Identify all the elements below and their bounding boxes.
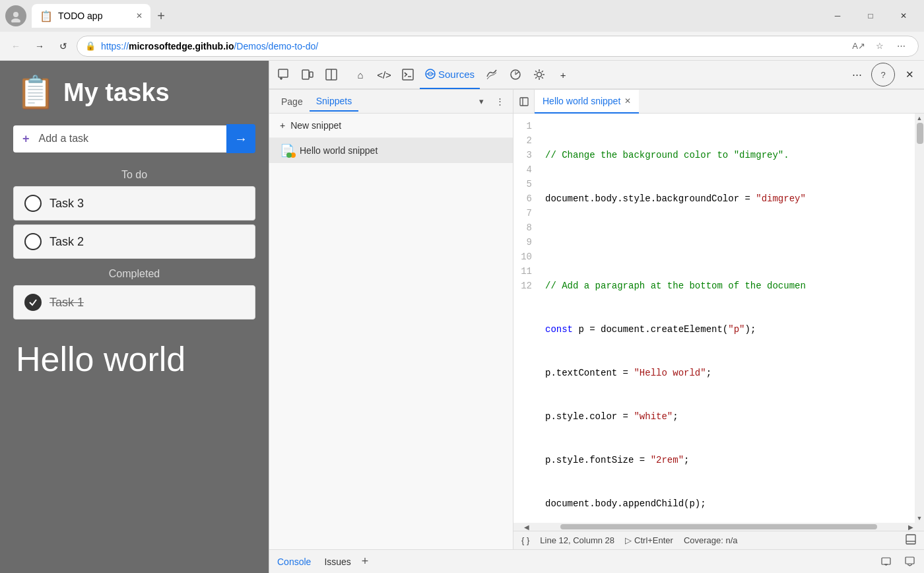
svg-rect-21 xyxy=(906,535,915,544)
completed-task-item[interactable]: Task 1 xyxy=(13,285,255,320)
vertical-scrollbar[interactable]: ▲ ▼ xyxy=(915,114,924,523)
scroll-up-arrow[interactable]: ▲ xyxy=(915,114,924,123)
add-plus-icon: + xyxy=(22,132,30,146)
editor-tab-bar: Hello world snippet ✕ xyxy=(513,90,924,114)
favorites-icon[interactable]: ☆ xyxy=(871,37,889,55)
editor-statusbar: { } Line 12, Column 28 ▷ Ctrl+Enter Cove… xyxy=(513,531,924,549)
profile-avatar[interactable] xyxy=(5,5,26,26)
sources-tab-label: Sources xyxy=(438,69,475,80)
svg-rect-19 xyxy=(520,98,528,106)
address-actions: A↗ ☆ ⋯ xyxy=(849,37,910,55)
devtools-more-button[interactable]: ⋯ xyxy=(845,63,869,86)
console-bottom-tab[interactable]: Console xyxy=(275,553,314,571)
todo-app-title: My tasks xyxy=(63,79,170,107)
tab-bar: 📋 TODO app ✕ + xyxy=(32,4,817,28)
horizontal-scrollbar[interactable]: ◀ ▶ xyxy=(513,523,924,531)
svg-line-16 xyxy=(515,72,519,75)
sources-tab[interactable]: Sources xyxy=(420,60,480,89)
todo-app-icon: 📋 xyxy=(16,74,55,111)
close-button[interactable]: ✕ xyxy=(888,5,919,26)
task-item[interactable]: Task 3 xyxy=(13,186,255,220)
editor-tab-hello-world[interactable]: Hello world snippet ✕ xyxy=(535,90,639,114)
feedback-button[interactable] xyxy=(900,553,919,571)
dock-to-drawer-button[interactable] xyxy=(906,534,916,547)
home-tab[interactable]: ⌂ xyxy=(348,63,372,86)
code-lines: // Change the background color to "dimgr… xyxy=(540,114,915,523)
add-bottom-tab-button[interactable]: + xyxy=(362,555,369,568)
editor-sidebar-toggle[interactable] xyxy=(513,90,535,114)
task-text: Task 2 xyxy=(50,235,84,249)
todo-app-panel: 📋 My tasks + Add a task → To do Task 3 T… xyxy=(0,61,269,573)
back-button[interactable]: ← xyxy=(5,36,26,57)
completed-section-label: Completed xyxy=(0,268,269,280)
new-snippet-button[interactable]: + New snippet xyxy=(269,114,513,138)
inspect-element-button[interactable] xyxy=(272,63,296,86)
scroll-thumb[interactable] xyxy=(917,123,923,144)
elements-tab[interactable]: </> xyxy=(372,63,396,86)
network-tab[interactable] xyxy=(480,63,504,86)
devtools-sources-sidebar: Page Snippets ▾ ⋮ + New snippet 📄 xyxy=(269,90,513,549)
task-item[interactable]: Task 2 xyxy=(13,224,255,259)
svg-point-18 xyxy=(537,73,542,77)
svg-rect-6 xyxy=(310,72,313,77)
screencast-button[interactable] xyxy=(876,553,895,571)
add-task-button[interactable]: → xyxy=(226,124,255,153)
add-task-input[interactable]: + Add a task xyxy=(13,125,226,152)
snippet-name: Hello world snippet xyxy=(300,145,378,156)
nav-bar: ← → ↺ 🔒 https://microsoftedge.github.io/… xyxy=(0,32,924,61)
run-snippet-button[interactable]: ▷ Ctrl+Enter xyxy=(625,535,673,545)
sidebar-tab-page[interactable]: Page xyxy=(275,92,310,111)
svg-rect-23 xyxy=(882,558,890,564)
address-bar[interactable]: 🔒 https://microsoftedge.github.io/Demos/… xyxy=(77,36,919,57)
sidebar-more-button[interactable]: ⋮ xyxy=(492,94,508,110)
scroll-down-arrow[interactable]: ▼ xyxy=(915,514,924,523)
sidebar-tab-snippets[interactable]: Snippets xyxy=(310,92,358,112)
scroll-right-arrow[interactable]: ▶ xyxy=(908,523,913,531)
tab-close-button[interactable]: ✕ xyxy=(136,11,143,20)
tab-favicon-icon: 📋 xyxy=(40,10,53,22)
new-snippet-plus-icon: + xyxy=(280,120,285,131)
devtools-help-button[interactable]: ? xyxy=(871,63,895,86)
devtools-inner: Page Snippets ▾ ⋮ + New snippet 📄 xyxy=(269,90,924,549)
performance-tab[interactable] xyxy=(504,63,527,86)
devtools-toolbar-right: ⋯ ? ✕ xyxy=(845,63,921,86)
new-tab-button[interactable]: + xyxy=(150,5,172,26)
read-aloud-icon[interactable]: A↗ xyxy=(849,37,868,55)
add-task-placeholder: Add a task xyxy=(39,133,89,145)
task-checkbox[interactable] xyxy=(24,233,42,250)
devtools-panel: ⌂ </> Sources + xyxy=(269,61,924,573)
issues-bottom-tab[interactable]: Issues xyxy=(321,553,353,571)
more-tools-button[interactable]: + xyxy=(551,63,575,86)
devtools-bottom-tabbar: Console Issues + xyxy=(269,549,924,573)
dock-side-button[interactable] xyxy=(319,63,343,86)
scroll-left-arrow[interactable]: ◀ xyxy=(524,523,529,531)
more-icon[interactable]: ⋯ xyxy=(892,37,910,55)
devtools-close-button[interactable]: ✕ xyxy=(898,63,921,86)
new-snippet-label: New snippet xyxy=(290,120,341,131)
lock-icon: 🔒 xyxy=(85,41,96,51)
code-content-area[interactable]: 12345 678910 1112 // Change the backgrou… xyxy=(513,114,915,523)
console-tab-top[interactable] xyxy=(396,63,420,86)
horizontal-scroll-thumb[interactable] xyxy=(560,524,877,529)
editor-tab-close-icon[interactable]: ✕ xyxy=(624,96,631,106)
main-area: 📋 My tasks + Add a task → To do Task 3 T… xyxy=(0,61,924,573)
run-icon: ▷ xyxy=(625,535,632,545)
task-checkbox-done[interactable] xyxy=(24,294,42,311)
browser-tab-todo[interactable]: 📋 TODO app ✕ xyxy=(32,4,150,28)
forward-button[interactable]: → xyxy=(29,36,50,57)
format-button[interactable]: { } xyxy=(521,535,529,545)
refresh-button[interactable]: ↺ xyxy=(53,36,74,57)
tab-title: TODO app xyxy=(58,11,131,21)
browser-window: 📋 TODO app ✕ + ─ □ ✕ ← → ↺ 🔒 https://mic… xyxy=(0,0,924,573)
task-checkbox[interactable] xyxy=(24,195,42,212)
coverage-label: Coverage: n/a xyxy=(684,535,738,545)
todo-header: 📋 My tasks xyxy=(0,61,269,124)
sidebar-dropdown-button[interactable]: ▾ xyxy=(473,94,489,110)
svg-point-0 xyxy=(13,12,18,17)
settings-gear-tab[interactable] xyxy=(527,63,551,86)
snippet-item[interactable]: 📄 Hello world snippet xyxy=(269,138,513,163)
bottom-right-actions xyxy=(876,553,919,571)
device-emulation-button[interactable] xyxy=(296,63,319,86)
maximize-button[interactable]: □ xyxy=(855,5,886,26)
minimize-button[interactable]: ─ xyxy=(822,5,853,26)
